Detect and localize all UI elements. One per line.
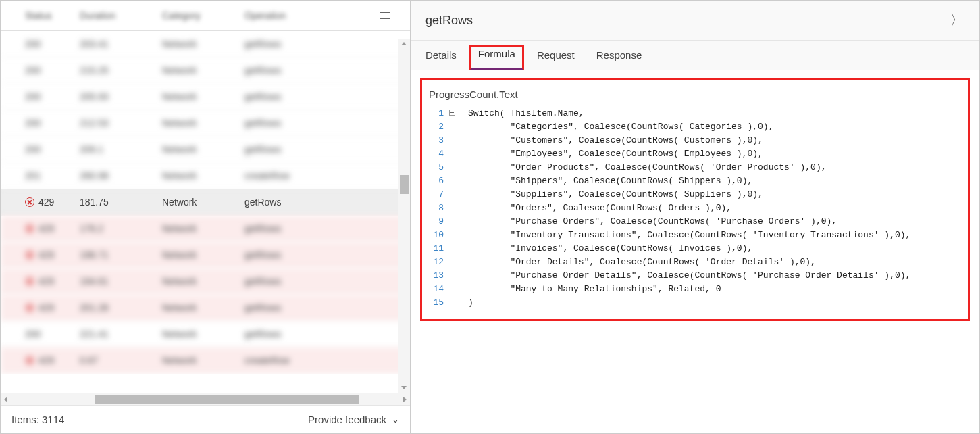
table-row[interactable]: 429181.75NetworkgetRows [1,189,410,216]
detail-pane: getRows 〉 Details Formula Request Respon… [411,0,980,434]
table-row[interactable]: 200203.41NetworkgetRows [1,31,410,57]
table-row[interactable]: 429176.2NetworkgetRows [1,216,410,242]
tab-formula[interactable]: Formula [469,45,524,70]
table-header: Status Duration Category Operation [1,1,410,31]
table-row[interactable]: 200212.53NetworkgetRows [1,110,410,137]
table-footer: Items: 3114 Provide feedback ⌄ [1,405,410,433]
table-row[interactable]: 200209.1NetworkgetRows [1,137,410,163]
vertical-scrollbar[interactable] [398,39,410,393]
col-category[interactable]: Category [162,10,244,21]
chevron-down-icon: ⌄ [392,414,399,425]
line-numbers: 123456789101112131415 [429,107,449,310]
error-icon [25,197,34,207]
error-icon [25,356,34,365]
detail-header: getRows 〉 [411,1,979,41]
formula-highlight-box: ProgressCount.Text 123456789101112131415… [420,78,970,321]
tab-details[interactable]: Details [425,41,457,70]
v-scroll-thumb[interactable] [400,175,409,194]
error-icon [25,224,34,233]
h-scroll-thumb[interactable] [95,395,359,404]
provide-feedback-button[interactable]: Provide feedback ⌄ [308,414,399,425]
table-row[interactable]: 429196.71NetworkgetRows [1,242,410,268]
fold-collapse-icon[interactable] [449,110,455,116]
table-row[interactable]: 4290.67NetworkcreateRow [1,347,410,374]
fold-gutter[interactable] [449,107,459,310]
detail-title: getRows [425,14,473,28]
detail-tabs: Details Formula Request Response [411,41,979,70]
table-row[interactable]: 429194.61NetworkgetRows [1,268,410,295]
table-row[interactable]: 429201.28NetworkgetRows [1,295,410,321]
request-table-pane: Status Duration Category Operation 20020… [0,0,411,434]
col-operation[interactable]: Operation [244,10,315,21]
feedback-label: Provide feedback [308,414,386,425]
detail-content: ProgressCount.Text 123456789101112131415… [411,70,979,433]
table-body: 200203.41NetworkgetRows200215.25Networkg… [1,31,410,374]
error-icon [25,303,34,312]
table-row[interactable]: 200215.25NetworkgetRows [1,57,410,84]
table-row[interactable]: 201260.98NetworkcreateRow [1,163,410,189]
table-container: Status Duration Category Operation 20020… [1,1,410,393]
tab-request[interactable]: Request [537,41,575,70]
col-duration[interactable]: Duration [80,10,162,21]
menu-icon[interactable] [315,10,410,21]
error-icon [25,276,34,286]
table-row[interactable]: 200205.93NetworkgetRows [1,84,410,110]
code-lines[interactable]: Switch( ThisItem.Name, "Categories", Coa… [468,107,957,310]
table-row[interactable]: 200221.41NetworkgetRows [1,321,410,347]
property-name: ProgressCount.Text [429,89,957,100]
error-icon [25,250,34,260]
tab-response[interactable]: Response [596,41,642,70]
code-editor[interactable]: 123456789101112131415 Switch( ThisItem.N… [429,107,957,310]
fold-guide [459,107,468,310]
horizontal-scrollbar[interactable] [1,393,410,405]
chevron-right-icon[interactable]: 〉 [950,10,964,30]
items-count: Items: 3114 [11,414,64,425]
col-status[interactable]: Status [1,10,80,21]
